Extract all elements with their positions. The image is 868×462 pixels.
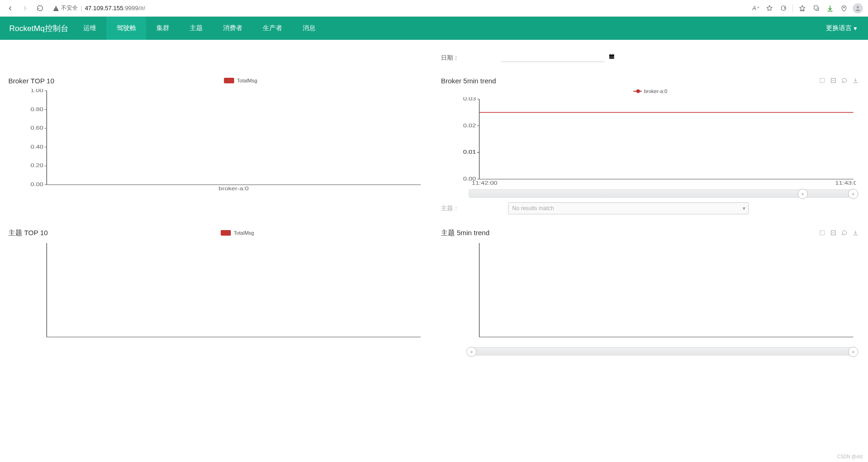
svg-point-2: [843, 6, 845, 8]
collections-icon[interactable]: [810, 2, 823, 15]
zoom-handle-right[interactable]: ≡: [848, 347, 858, 357]
svg-rect-1: [814, 6, 818, 10]
panel-broker-top: Broker TOP 10 TotalMsg 0.000.200.400.600…: [8, 74, 427, 217]
insecure-badge: 不安全: [53, 4, 78, 12]
panel-title: 主题 TOP 10: [8, 229, 48, 237]
nav-item-1[interactable]: 驾驶舱: [106, 17, 146, 40]
svg-text:0.60: 0.60: [31, 125, 43, 131]
legend-label: TotalMsg: [234, 230, 254, 236]
svg-rect-7: [613, 54, 613, 55]
svg-rect-23: [820, 78, 824, 82]
svg-rect-43: [820, 231, 824, 235]
panel-title: Broker TOP 10: [8, 77, 54, 85]
svg-point-3: [857, 6, 859, 8]
chart-broker-trend: 0.000.010.010.010.020.0311:42:0011:43:00: [459, 97, 856, 187]
chart-topic-top: [27, 241, 423, 345]
insecure-label: 不安全: [61, 4, 78, 12]
chevron-down-icon: ▾: [854, 25, 857, 32]
panel-topic-trend: 主题 5min trend ≡ ≡: [441, 226, 860, 356]
legend-label: broker-a:0: [644, 88, 667, 94]
svg-text:0.01: 0.01: [463, 150, 476, 155]
panel-title: Broker 5min trend: [441, 77, 496, 85]
nav-item-4[interactable]: 消费者: [213, 17, 253, 40]
download-chart-icon[interactable]: [851, 76, 860, 85]
language-label: 更换语言: [826, 24, 852, 32]
nav-item-2[interactable]: 集群: [146, 17, 180, 40]
app-nav: RocketMq控制台 运维驾驶舱集群主题消费者生产者消息 更换语言 ▾: [0, 17, 868, 40]
nav-item-3[interactable]: 主题: [180, 17, 213, 40]
profile-avatar[interactable]: [851, 2, 864, 15]
svg-text:0.40: 0.40: [31, 144, 43, 150]
zoom-handle-left[interactable]: ≡: [466, 347, 477, 357]
svg-text:1.00: 1.00: [31, 89, 43, 93]
svg-text:11:42:00: 11:42:00: [472, 181, 498, 186]
svg-point-0: [781, 6, 786, 11]
url-text: 47.109.57.155:9999/#/: [85, 5, 145, 12]
svg-text:11:43:00: 11:43:00: [835, 181, 856, 186]
zoom-handle-right[interactable]: ≡: [848, 189, 858, 199]
language-switch[interactable]: 更换语言 ▾: [819, 24, 863, 32]
legend-label: TotalMsg: [237, 78, 257, 83]
svg-text:broker-a:0: broker-a:0: [219, 186, 249, 191]
calendar-icon[interactable]: [608, 53, 615, 61]
restore-icon[interactable]: [840, 76, 849, 85]
nav-item-0[interactable]: 运维: [73, 17, 106, 40]
zoom-select-icon[interactable]: [818, 229, 826, 237]
refresh-extra-icon[interactable]: [777, 2, 790, 15]
svg-text:0.20: 0.20: [31, 163, 43, 168]
chart-topic-trend: [459, 241, 856, 345]
back-button[interactable]: [4, 2, 17, 15]
download-chart-icon[interactable]: [851, 229, 860, 237]
panel-title: 主题 5min trend: [441, 229, 490, 237]
svg-rect-6: [610, 54, 611, 55]
legend-line-icon: [633, 91, 642, 92]
nav-item-6[interactable]: 消息: [292, 17, 326, 40]
brand-title: RocketMq控制台: [5, 23, 73, 34]
date-label: 日期：: [441, 54, 459, 62]
download-icon[interactable]: [824, 2, 837, 15]
extension-icon[interactable]: [837, 2, 850, 15]
panel-broker-trend: Broker 5min trend broker-a:0 0.000.010.0…: [441, 74, 860, 217]
svg-text:0.00: 0.00: [31, 182, 43, 187]
select-placeholder: No results match: [512, 205, 554, 212]
restore-icon[interactable]: [840, 229, 849, 237]
browser-toolbar: 不安全 | 47.109.57.155:9999/#/ A⁺: [0, 0, 868, 17]
svg-text:0.80: 0.80: [31, 107, 43, 112]
svg-rect-5: [609, 55, 614, 56]
address-bar[interactable]: 不安全 | 47.109.57.155:9999/#/: [48, 2, 747, 15]
zoom-reset-icon[interactable]: [829, 76, 837, 85]
chart-broker-top: 0.000.200.400.600.801.00broker-a:0: [27, 89, 423, 193]
legend-swatch: [224, 78, 234, 83]
text-zoom-icon[interactable]: A⁺: [749, 2, 762, 15]
zoom-handle-left[interactable]: ≡: [798, 189, 808, 199]
zoom-slider[interactable]: ≡ ≡: [469, 347, 856, 356]
panel-topic-top: 主题 TOP 10 TotalMsg: [8, 226, 427, 356]
chevron-down-icon: ▾: [743, 205, 745, 212]
forward-button[interactable]: [19, 2, 31, 15]
topic-select[interactable]: No results match ▾: [508, 202, 749, 214]
legend-swatch: [221, 230, 231, 236]
zoom-slider[interactable]: ≡ ≡: [469, 189, 856, 198]
reload-button[interactable]: [33, 2, 46, 15]
nav-item-5[interactable]: 生产者: [253, 17, 292, 40]
topic-label: 主题：: [441, 204, 459, 212]
date-input[interactable]: [501, 54, 605, 62]
svg-text:0.03: 0.03: [463, 97, 476, 101]
star-icon[interactable]: [763, 2, 776, 15]
svg-text:0.02: 0.02: [463, 123, 476, 128]
zoom-reset-icon[interactable]: [829, 229, 837, 237]
favorites-icon[interactable]: [796, 2, 809, 15]
zoom-select-icon[interactable]: [818, 76, 826, 85]
